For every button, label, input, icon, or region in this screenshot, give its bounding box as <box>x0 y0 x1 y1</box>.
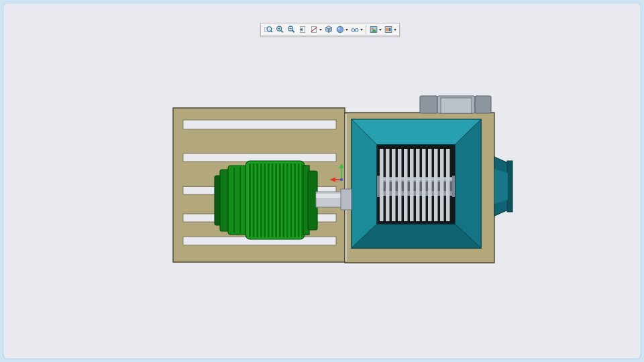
zoom-to-fit-button[interactable] <box>263 24 274 35</box>
blade-stack <box>380 149 451 221</box>
frame-seam <box>345 114 347 261</box>
view-settings-button[interactable] <box>383 24 397 35</box>
previous-view-button[interactable] <box>297 24 308 35</box>
motor-fins <box>249 164 303 237</box>
hide-show-items-button[interactable] <box>350 24 364 35</box>
display-style-button[interactable] <box>335 24 349 35</box>
dropdown-arrow-icon <box>394 29 396 31</box>
shredder-blades[interactable] <box>377 149 455 221</box>
dropdown-arrow-icon <box>379 29 382 31</box>
dropdown-arrow-icon <box>345 29 348 31</box>
bearing-bracket[interactable] <box>420 96 491 113</box>
model-view[interactable] <box>0 0 644 362</box>
hide-show-items-icon <box>350 25 360 34</box>
view-orientation-icon <box>324 25 333 34</box>
cad-window <box>0 0 644 362</box>
dropdown-arrow-icon <box>360 29 363 31</box>
view-settings-icon <box>384 25 393 34</box>
view-orientation-button[interactable] <box>323 24 334 35</box>
zoom-out-icon <box>286 25 296 34</box>
dropdown-arrow-icon <box>319 29 322 31</box>
toolbar-divider <box>366 25 366 34</box>
section-view-button[interactable] <box>309 24 323 35</box>
discharge-chute[interactable] <box>494 157 513 216</box>
heads-up-toolbar <box>260 23 400 36</box>
electric-motor[interactable] <box>215 161 317 239</box>
zoom-to-area-button[interactable] <box>274 24 285 35</box>
section-view-icon <box>309 25 319 34</box>
edit-appearance-button[interactable] <box>368 24 382 35</box>
display-style-icon <box>335 25 345 34</box>
zoom-out-button[interactable] <box>286 24 297 35</box>
coupling[interactable] <box>341 189 352 210</box>
motor-shaft[interactable] <box>316 189 352 210</box>
zoom-to-fit-icon <box>264 25 273 34</box>
edit-appearance-icon <box>369 25 378 34</box>
chute-face <box>494 169 508 204</box>
zoom-to-area-icon <box>275 25 284 34</box>
previous-view-icon <box>298 25 307 34</box>
